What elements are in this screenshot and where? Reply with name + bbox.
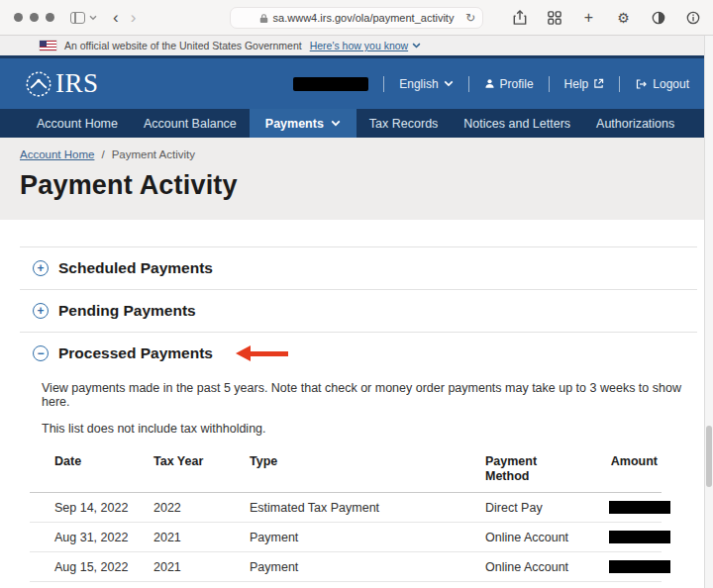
tab-overview-icon[interactable]	[546, 9, 562, 26]
col-header-amount: Amount	[609, 454, 662, 469]
breadcrumb-current: Payment Activity	[112, 148, 195, 160]
settings-gear-icon[interactable]: ⚙	[615, 9, 632, 26]
accordion-processed-payments[interactable]: − Processed Payments	[0, 333, 713, 374]
redacted-amount	[609, 560, 670, 573]
contrast-icon[interactable]	[650, 9, 666, 26]
irs-eagle-icon	[24, 69, 53, 99]
table-header-row: Date Tax Year Type Payment Method Amount	[30, 448, 662, 493]
minimize-window-button[interactable]	[30, 13, 39, 22]
url-text: sa.www4.irs.gov/ola/payment_activity	[273, 12, 455, 24]
nav-item-authorizations[interactable]: Authorizations	[583, 109, 687, 138]
col-header-date: Date	[30, 454, 153, 469]
external-link-icon	[593, 78, 604, 89]
logout-icon	[635, 78, 648, 90]
help-link[interactable]: Help	[564, 77, 605, 91]
cell-type: Payment	[250, 560, 485, 574]
browser-window: ‹ › sa.www4.irs.gov/ola/payment_activity…	[0, 0, 713, 588]
new-tab-icon[interactable]: +	[580, 9, 597, 26]
accordion-pending-payments[interactable]: + Pending Payments	[0, 290, 713, 332]
cell-tax-year: 2022	[153, 501, 250, 515]
chevron-down-icon	[444, 80, 454, 87]
table-row: Aug 1, 2022 2021 Payment Direct Pay	[30, 582, 662, 588]
profile-link[interactable]: Profile	[484, 77, 534, 91]
chevron-down-icon	[412, 43, 421, 49]
main-navigation: Account Home Account Balance Payments Ta…	[0, 109, 713, 138]
breadcrumb-account-home-link[interactable]: Account Home	[20, 148, 94, 160]
logout-link[interactable]: Logout	[635, 77, 689, 91]
vertical-scrollbar[interactable]	[704, 36, 713, 588]
page-content: + Scheduled Payments + Pending Payments …	[0, 220, 713, 588]
toolbar-actions: + ⚙	[511, 9, 701, 26]
table-row: Sep 14, 2022 2022 Estimated Tax Payment …	[30, 493, 662, 523]
processed-note: This list does not include tax withholdi…	[42, 422, 683, 436]
nav-item-notices-letters[interactable]: Notices and Letters	[451, 109, 583, 138]
chevron-down-icon	[331, 120, 341, 127]
plus-circle-icon: +	[33, 260, 49, 276]
nav-item-tax-records[interactable]: Tax Records	[356, 109, 451, 138]
close-window-button[interactable]	[14, 13, 23, 22]
page-header: Account Home / Payment Activity Payment …	[0, 138, 713, 220]
cell-method: Online Account	[485, 531, 609, 544]
reload-icon[interactable]: ↻	[465, 11, 475, 25]
nav-item-account-home[interactable]: Account Home	[24, 109, 131, 138]
col-header-tax-year: Tax Year	[153, 454, 250, 469]
divider	[619, 76, 620, 92]
banner-text: An official website of the United States…	[64, 40, 302, 51]
cell-date: Sep 14, 2022	[30, 501, 153, 515]
irs-logo[interactable]: IRS	[24, 69, 99, 99]
divider	[383, 76, 384, 92]
cell-tax-year: 2021	[153, 531, 250, 544]
payments-table: Date Tax Year Type Payment Method Amount…	[30, 448, 662, 588]
window-controls	[14, 13, 54, 22]
minus-circle-icon: −	[33, 345, 49, 361]
cell-method: Direct Pay	[485, 501, 609, 515]
page-title: Payment Activity	[20, 170, 713, 201]
address-bar[interactable]: sa.www4.irs.gov/ola/payment_activity ↻	[230, 7, 483, 29]
table-row: Aug 31, 2022 2021 Payment Online Account	[30, 523, 662, 552]
divider	[468, 76, 469, 92]
language-selector[interactable]: English	[399, 77, 453, 91]
plus-circle-icon: +	[33, 303, 49, 319]
redacted-amount	[609, 501, 670, 514]
redacted-amount	[609, 531, 670, 543]
irs-logo-text: IRS	[55, 70, 99, 97]
breadcrumb: Account Home / Payment Activity	[20, 148, 713, 160]
cell-tax-year: 2021	[153, 560, 250, 574]
col-header-type: Type	[250, 454, 485, 469]
header-utility-nav: English Profile Help Logout	[293, 76, 689, 92]
banner-how-link[interactable]: Here's how you know	[310, 40, 421, 51]
nav-item-payments[interactable]: Payments	[250, 109, 356, 138]
irs-site-header: IRS English Profile Help Logout	[0, 55, 713, 109]
divider	[549, 76, 550, 92]
breadcrumb-separator: /	[101, 148, 104, 160]
person-icon	[484, 78, 495, 89]
share-icon[interactable]	[511, 9, 528, 26]
back-button[interactable]: ‹	[107, 9, 125, 26]
cell-type: Payment	[250, 531, 485, 544]
nav-item-account-balance[interactable]: Account Balance	[131, 109, 250, 138]
lock-icon	[259, 13, 268, 24]
maximize-window-button[interactable]	[46, 13, 54, 22]
cell-date: Aug 15, 2022	[30, 560, 153, 574]
annotation-arrow-icon	[236, 345, 288, 361]
col-header-payment-method: Payment Method	[485, 454, 545, 484]
sidebar-icon	[70, 12, 85, 24]
redacted-username	[293, 77, 368, 91]
scrollbar-thumb[interactable]	[706, 426, 712, 487]
forward-button[interactable]: ›	[125, 9, 143, 26]
cell-type: Estimated Tax Payment	[250, 501, 485, 515]
usa-gov-banner: An official website of the United States…	[0, 36, 713, 55]
accordion-scheduled-payments[interactable]: + Scheduled Payments	[0, 247, 713, 289]
us-flag-icon	[40, 41, 56, 50]
processed-description: View payments made in the past 5 years. …	[42, 381, 683, 409]
cell-method: Online Account	[485, 560, 609, 574]
browser-toolbar: ‹ › sa.www4.irs.gov/ola/payment_activity…	[0, 0, 713, 36]
info-icon[interactable]	[684, 9, 701, 26]
sidebar-toggle-button[interactable]	[70, 12, 97, 24]
cell-date: Aug 31, 2022	[30, 531, 153, 544]
table-row: Aug 15, 2022 2021 Payment Online Account	[30, 552, 662, 582]
chevron-down-icon	[89, 15, 97, 21]
